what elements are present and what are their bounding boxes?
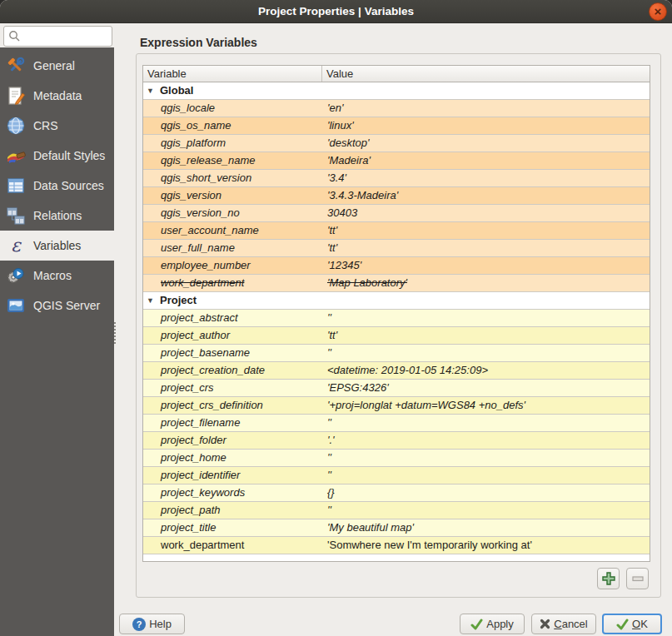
variable-value-cell[interactable]: '3.4.3-Madeira' (322, 187, 650, 204)
variable-name-cell[interactable]: project_filename (143, 415, 322, 431)
table-row[interactable]: project_author'tt' (143, 327, 650, 345)
variable-value-cell[interactable]: 'desktop' (322, 135, 650, 152)
variable-name-cell[interactable]: qgis_release_name (143, 152, 322, 169)
variable-value-cell[interactable]: 30403 (322, 205, 650, 221)
variable-name-cell[interactable]: employee_number (143, 257, 322, 274)
table-row[interactable]: project_creation_date<datetime: 2019-01-… (143, 362, 650, 380)
table-row[interactable]: project_crs_definition'+proj=longlat +da… (143, 397, 650, 415)
variable-value-cell[interactable]: '' (322, 450, 650, 466)
table-row[interactable]: user_account_name'tt' (143, 222, 650, 240)
variable-name-cell[interactable]: work_department (143, 537, 322, 554)
variable-value-cell[interactable]: '.' (322, 432, 650, 449)
variable-value-cell[interactable]: 'Map Laboratory' (322, 275, 650, 291)
variable-name-cell[interactable]: project_identifier (143, 467, 322, 484)
variable-value-cell[interactable]: '' (322, 467, 650, 484)
variable-value-cell[interactable]: 'Somwhere new I'm temporarily working at… (322, 537, 650, 554)
ok-button[interactable]: OK (602, 614, 662, 634)
table-row[interactable]: project_keywords{} (143, 484, 650, 502)
table-row[interactable]: project_folder'.' (143, 432, 650, 450)
variable-value-cell[interactable]: 'tt' (322, 240, 650, 256)
table-row[interactable]: project_basename'' (143, 345, 650, 362)
variable-value-cell[interactable]: 'Madeira' (322, 152, 650, 169)
table-row[interactable]: employee_number'12345' (143, 257, 650, 275)
column-header-value[interactable]: Value (322, 66, 650, 82)
table-row[interactable]: project_filename'' (143, 415, 650, 432)
variable-value-cell[interactable]: 'en' (322, 100, 650, 117)
sidebar-item-macros[interactable]: Macros (0, 261, 114, 291)
variable-name-cell[interactable]: project_folder (143, 432, 322, 449)
variable-value-cell[interactable]: '12345' (322, 257, 650, 274)
remove-variable-button[interactable] (626, 568, 649, 589)
variable-name-cell[interactable]: project_crs_definition (143, 397, 322, 414)
variable-value-cell[interactable]: <datetime: 2019-01-05 14:25:09> (322, 362, 650, 379)
sidebar-item-metadata[interactable]: Metadata (0, 81, 114, 111)
close-button[interactable]: × (649, 2, 667, 21)
variable-name-cell[interactable]: project_abstract (143, 310, 322, 326)
variable-value-cell[interactable]: 'linux' (322, 117, 650, 134)
variable-name-cell[interactable]: project_keywords (143, 484, 322, 501)
table-row[interactable]: project_title'My beautiful map' (143, 519, 650, 537)
column-header-variable[interactable]: Variable (143, 66, 322, 82)
table-row[interactable]: qgis_locale'en' (143, 100, 650, 117)
variable-name-cell[interactable]: user_account_name (143, 222, 322, 239)
variable-value-cell[interactable]: '' (322, 345, 650, 361)
variable-value-cell[interactable]: '' (322, 502, 650, 519)
table-row[interactable]: qgis_version_no30403 (143, 205, 650, 222)
sidebar-splitter[interactable] (114, 322, 118, 344)
table-row[interactable]: qgis_short_version'3.4' (143, 170, 650, 187)
variable-name-cell[interactable]: work_department (143, 275, 322, 291)
variable-name-cell[interactable]: project_title (143, 519, 322, 536)
table-row[interactable]: project_crs'EPSG:4326' (143, 380, 650, 397)
variable-name-cell[interactable]: qgis_short_version (143, 170, 322, 186)
help-button[interactable]: ? Help (119, 614, 185, 634)
variable-name-cell[interactable]: qgis_os_name (143, 117, 322, 134)
variable-value-cell[interactable]: '' (322, 310, 650, 326)
table-row[interactable]: qgis_os_name'linux' (143, 117, 650, 135)
variable-value-cell[interactable]: 'EPSG:4326' (322, 380, 650, 396)
variable-name-cell[interactable]: qgis_locale (143, 100, 322, 117)
variable-value-cell[interactable]: 'tt' (322, 222, 650, 239)
table-row[interactable]: qgis_platform'desktop' (143, 135, 650, 152)
sidebar-item-general[interactable]: General (0, 51, 114, 81)
sidebar-item-default-styles[interactable]: Default Styles (0, 141, 114, 171)
sidebar-item-relations[interactable]: Relations (0, 201, 114, 231)
variable-name-cell[interactable]: project_path (143, 502, 322, 519)
sidebar-item-crs[interactable]: CRS (0, 111, 114, 141)
sidebar-item-variables[interactable]: εVariables (0, 231, 114, 261)
table-row[interactable]: project_path'' (143, 502, 650, 519)
group-header-global[interactable]: ▼Global (143, 82, 650, 100)
group-header-project[interactable]: ▼Project (143, 292, 650, 310)
table-row[interactable]: work_department'Map Laboratory' (143, 275, 650, 292)
variable-name-cell[interactable]: project_creation_date (143, 362, 322, 379)
sidebar-item-qgis-server[interactable]: QGIS Server (0, 291, 114, 320)
collapse-icon[interactable]: ▼ (147, 292, 154, 309)
variable-name-cell[interactable]: project_crs (143, 380, 322, 396)
variable-value-cell[interactable]: '3.4' (322, 170, 650, 186)
sidebar-item-data-sources[interactable]: Data Sources (0, 171, 114, 201)
titlebar[interactable]: Project Properties | Variables × (0, 0, 672, 23)
table-row[interactable]: project_home'' (143, 450, 650, 467)
apply-button[interactable]: Apply (460, 614, 525, 634)
variable-value-cell[interactable]: 'My beautiful map' (322, 519, 650, 536)
variable-name-cell[interactable]: project_home (143, 450, 322, 466)
variable-value-cell[interactable]: {} (322, 484, 650, 501)
check-icon (616, 619, 629, 630)
cancel-button[interactable]: Cancel (531, 614, 596, 634)
variable-name-cell[interactable]: project_author (143, 327, 322, 344)
table-row[interactable]: project_abstract'' (143, 310, 650, 327)
variable-name-cell[interactable]: qgis_platform (143, 135, 322, 152)
variable-value-cell[interactable]: 'tt' (322, 327, 650, 344)
variable-name-cell[interactable]: project_basename (143, 345, 322, 361)
table-row[interactable]: user_full_name'tt' (143, 240, 650, 257)
variable-value-cell[interactable]: '' (322, 415, 650, 431)
variable-name-cell[interactable]: qgis_version (143, 187, 322, 204)
table-row[interactable]: work_department'Somwhere new I'm tempora… (143, 537, 650, 554)
collapse-icon[interactable]: ▼ (147, 82, 154, 99)
add-variable-button[interactable] (597, 568, 620, 589)
table-row[interactable]: qgis_release_name'Madeira' (143, 152, 650, 170)
variable-name-cell[interactable]: user_full_name (143, 240, 322, 256)
table-row[interactable]: qgis_version'3.4.3-Madeira' (143, 187, 650, 205)
variable-name-cell[interactable]: qgis_version_no (143, 205, 322, 221)
variable-value-cell[interactable]: '+proj=longlat +datum=WGS84 +no_defs' (322, 397, 650, 414)
table-row[interactable]: project_identifier'' (143, 467, 650, 484)
